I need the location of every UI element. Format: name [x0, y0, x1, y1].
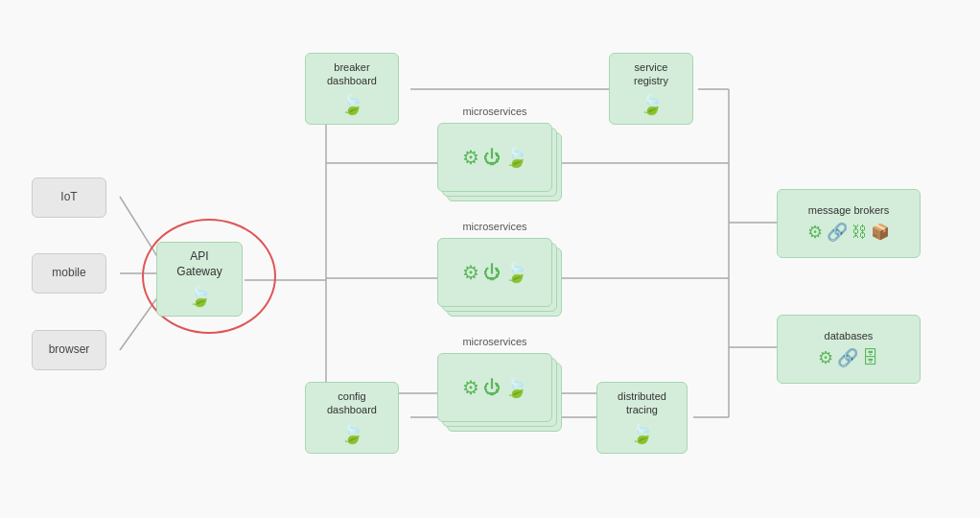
- mobile-node: mobile: [32, 253, 106, 294]
- ms-bot-spring-icon: 🍃: [504, 376, 528, 399]
- mb-nodes-icon: ⛓: [852, 223, 867, 243]
- microservices-bot-label: microservices: [437, 336, 552, 347]
- microservices-top: ⚙ ⏻ 🍃 microservices: [437, 123, 562, 209]
- iot-label: IoT: [60, 190, 77, 205]
- api-gateway-node: APIGateway 🍃: [156, 242, 243, 317]
- browser-node: browser: [32, 330, 106, 370]
- mb-gear-icon: ⚙: [807, 222, 823, 244]
- microservices-mid: ⚙ ⏻ 🍃 microservices: [437, 238, 562, 324]
- distributed-tracing-icon: 🍃: [630, 421, 654, 446]
- api-gateway-label: APIGateway: [176, 249, 222, 279]
- ms-top-power-icon: ⏻: [483, 148, 501, 168]
- db-gear-icon: ⚙: [818, 347, 833, 369]
- api-gateway-icon: 🍃: [188, 284, 212, 309]
- db-chain-icon: 🔗: [837, 347, 858, 369]
- message-brokers-node: message brokers ⚙ 🔗 ⛓ 📦: [777, 189, 921, 258]
- db-cylinder-icon: 🗄: [862, 347, 879, 369]
- service-registry-label: serviceregistry: [634, 60, 668, 88]
- distributed-tracing-node: distributedtracing 🍃: [596, 382, 688, 454]
- message-brokers-label: message brokers: [808, 203, 889, 217]
- service-registry-node: serviceregistry 🍃: [609, 53, 693, 125]
- config-dashboard-icon: 🍃: [340, 421, 364, 446]
- ms-top-gear-icon: ⚙: [462, 146, 479, 169]
- databases-node: databases ⚙ 🔗 🗄: [777, 315, 921, 384]
- microservices-bot: ⚙ ⏻ 🍃 microservices: [437, 353, 562, 439]
- config-dashboard-node: configdashboard 🍃: [305, 382, 399, 454]
- iot-node: IoT: [32, 177, 106, 218]
- ms-mid-spring-icon: 🍃: [504, 261, 528, 284]
- breaker-dashboard-icon: 🍃: [340, 92, 364, 117]
- mb-box-icon: 📦: [871, 223, 890, 243]
- ms-mid-power-icon: ⏻: [483, 263, 501, 283]
- mobile-label: mobile: [52, 266, 85, 281]
- breaker-dashboard-label: breakerdashboard: [327, 60, 377, 88]
- browser-label: browser: [49, 342, 90, 358]
- breaker-dashboard-node: breakerdashboard 🍃: [305, 53, 399, 125]
- microservices-mid-label: microservices: [437, 221, 552, 232]
- ms-bot-power-icon: ⏻: [483, 378, 501, 398]
- mb-chain-icon: 🔗: [827, 222, 848, 244]
- ms-mid-gear-icon: ⚙: [462, 261, 479, 284]
- service-registry-icon: 🍃: [640, 92, 664, 117]
- ms-top-spring-icon: 🍃: [504, 146, 528, 169]
- ms-bot-gear-icon: ⚙: [462, 376, 479, 399]
- microservices-top-label: microservices: [437, 106, 552, 117]
- distributed-tracing-label: distributedtracing: [618, 389, 666, 417]
- architecture-diagram: IoT mobile browser APIGateway 🍃 breakerd…: [0, 0, 980, 518]
- config-dashboard-label: configdashboard: [327, 389, 377, 417]
- databases-label: databases: [825, 329, 874, 342]
